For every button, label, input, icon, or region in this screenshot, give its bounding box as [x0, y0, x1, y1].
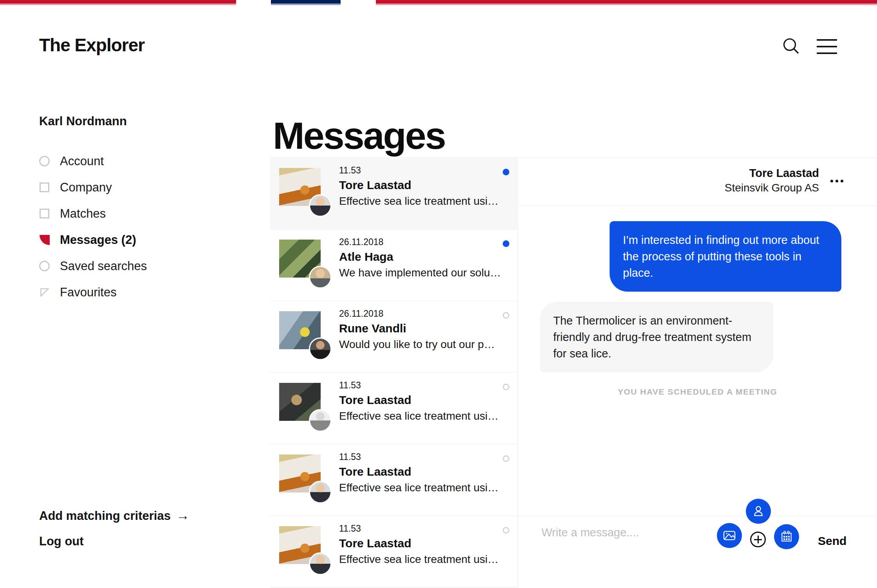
sender-name: Tore Laastad [339, 393, 411, 407]
sender-name: Tore Laastad [339, 537, 411, 550]
message-preview: We have implemented our solu… [339, 267, 507, 279]
add-attachment-button[interactable] [750, 532, 766, 547]
user-name: Karl Nordmann [39, 114, 127, 128]
conversation-item[interactable]: 11.53 Tore Laastad Effective sea lice tr… [270, 158, 517, 229]
conversation-item[interactable]: 26.11.2018 Atle Haga We have implemented… [270, 229, 517, 301]
flag-icon [39, 287, 50, 298]
sender-avatar [309, 552, 332, 575]
chat-contact: Tore Laastad Steinsvik Group AS [725, 166, 819, 195]
sender-name: Rune Vandli [339, 322, 406, 335]
square-icon [39, 182, 50, 193]
unread-indicator [503, 455, 509, 462]
stripe-navy [271, 0, 341, 5]
stripe-red-right [376, 0, 877, 5]
sidebar-item-label: Matches [60, 207, 106, 221]
unread-indicator [503, 312, 509, 319]
message-time: 11.53 [339, 523, 361, 534]
sidebar-item-label: Account [60, 154, 104, 168]
sidebar-item-favourites[interactable]: Favourites [39, 279, 204, 305]
sidebar-item-label: Favourites [60, 285, 117, 299]
sender-name: Tore Laastad [339, 465, 411, 478]
message-time: 11.53 [339, 452, 361, 462]
unread-indicator [503, 169, 509, 175]
arrow-right-icon: → [176, 508, 189, 523]
sidebar-item-messages[interactable]: Messages (2) [39, 227, 204, 253]
message-preview: Would you like to try out our p… [339, 338, 507, 351]
chat-panel: Tore Laastad Steinsvik Group AS I’m inte… [518, 158, 877, 588]
sender-avatar [309, 481, 332, 503]
sidebar-item-company[interactable]: Company [39, 174, 204, 200]
sidebar-item-label: Saved searches [60, 259, 147, 273]
conversation-item[interactable]: 11.53 Tore Laastad Effective sea lice tr… [270, 516, 517, 588]
add-matching-criterias-link[interactable]: Add matching criterias→ [39, 508, 189, 523]
unread-indicator [503, 527, 509, 534]
message-input[interactable] [541, 526, 711, 539]
sender-avatar [309, 194, 332, 217]
message-time: 11.53 [339, 380, 361, 391]
sender-avatar [309, 337, 332, 360]
app-title[interactable]: The Explorer [39, 34, 144, 56]
stripe-red-left [0, 0, 236, 5]
contact-company: Steinsvik Group AS [725, 180, 819, 195]
unread-indicator [503, 384, 509, 390]
conversation-item[interactable]: 11.53 Tore Laastad Effective sea lice tr… [270, 444, 517, 516]
sidebar-item-saved-searches[interactable]: Saved searches [39, 253, 204, 279]
more-options-icon[interactable] [830, 180, 843, 182]
sidebar-nav: Account Company Matches Messages (2) Sav… [39, 148, 204, 305]
sidebar-item-matches[interactable]: Matches [39, 200, 204, 227]
input-divider [518, 516, 877, 516]
schedule-meeting-button[interactable] [774, 524, 799, 549]
message-time: 26.11.2018 [339, 237, 383, 247]
chat-header: Tore Laastad Steinsvik Group AS [518, 158, 877, 206]
attach-image-button[interactable] [717, 523, 742, 548]
message-time: 26.11.2018 [339, 308, 383, 319]
send-button[interactable]: Send [818, 534, 846, 548]
conversation-item[interactable]: 26.11.2018 Rune Vandli Would you like to… [270, 301, 517, 373]
message-preview: Effective sea lice treatment usi… [339, 553, 507, 566]
message-time: 11.53 [339, 165, 361, 176]
sender-name: Atle Haga [339, 250, 393, 263]
add-matching-label: Add matching criterias [39, 509, 171, 523]
chat-bubble-sent: I’m interested in finding out more about… [610, 221, 841, 292]
message-preview: Effective sea lice treatment usi… [339, 410, 507, 422]
circle-icon [39, 156, 50, 166]
sender-avatar [309, 266, 332, 289]
app-window: The Explorer Karl Nordmann Account Compa… [0, 0, 877, 588]
stripe-gap [236, 0, 271, 5]
message-preview: Effective sea lice treatment usi… [339, 195, 507, 207]
sender-name: Tore Laastad [339, 179, 411, 192]
sidebar-item-label: Messages (2) [60, 233, 136, 247]
circle-icon [39, 261, 50, 271]
sidebar-item-label: Company [60, 180, 112, 195]
conversation-item[interactable]: 11.53 Tore Laastad Effective sea lice tr… [270, 373, 517, 444]
stripe-gap [341, 0, 376, 5]
chat-bubble-received: The Thermolicer is an environment-friend… [540, 302, 773, 372]
sender-avatar [309, 409, 332, 432]
add-contact-button[interactable] [746, 499, 771, 524]
flag-stripe [0, 0, 877, 5]
message-preview: Effective sea lice treatment usi… [339, 482, 507, 494]
search-icon[interactable] [780, 35, 802, 57]
meeting-status-label: YOU HAVE SCHEDULED A MEETING [518, 387, 877, 397]
logout-link[interactable]: Log out [39, 534, 84, 548]
quarter-badge-icon [39, 234, 50, 245]
unread-indicator [503, 240, 509, 247]
page-title: Messages [273, 114, 445, 158]
contact-name: Tore Laastad [725, 166, 819, 180]
square-icon [39, 208, 50, 219]
conversation-list: 11.53 Tore Laastad Effective sea lice tr… [270, 158, 517, 588]
sidebar-item-account[interactable]: Account [39, 148, 204, 174]
menu-icon[interactable] [817, 39, 837, 55]
